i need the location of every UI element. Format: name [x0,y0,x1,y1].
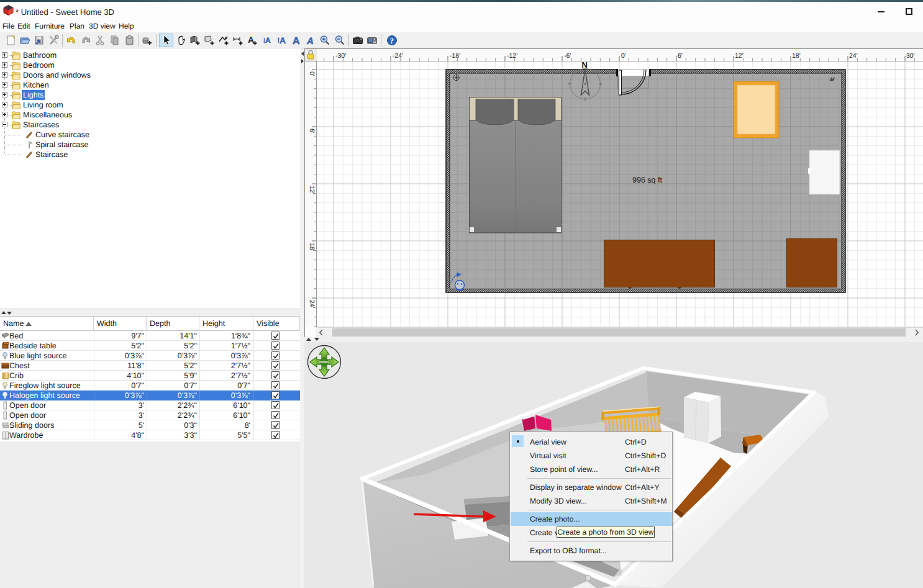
svg-text:-18': -18' [450,52,460,60]
svg-text:A: A [306,36,314,47]
svg-text:12': 12' [735,52,743,60]
svg-text:18': 18' [308,243,316,251]
svg-text:30': 30' [906,52,915,60]
svg-text:6': 6' [678,52,683,60]
svg-text:A: A [265,36,271,45]
svg-text:0': 0' [308,71,316,76]
svg-text:N: N [582,60,588,70]
svg-text:-24': -24' [393,52,403,60]
svg-text:0': 0' [621,52,626,60]
svg-text:A: A [280,35,286,45]
svg-text:24': 24' [849,52,858,60]
svg-text:A: A [293,36,300,47]
svg-text:-30': -30' [335,52,346,60]
svg-text:996 sq ft: 996 sq ft [632,176,662,184]
svg-text:?: ? [390,36,394,45]
svg-text:6': 6' [308,129,316,133]
svg-text:24': 24' [308,300,316,309]
svg-text:12': 12' [308,186,316,194]
svg-text:-12': -12' [507,52,517,60]
svg-text:18': 18' [792,52,801,60]
svg-text:-6': -6' [564,52,571,60]
